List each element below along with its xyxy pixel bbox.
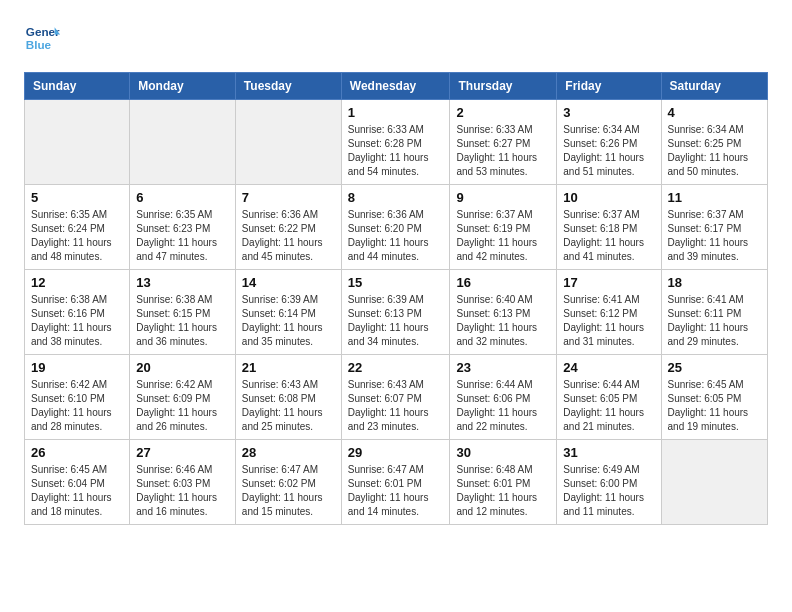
day-info: Sunrise: 6:42 AM Sunset: 6:10 PM Dayligh…: [31, 378, 123, 434]
day-cell: 14Sunrise: 6:39 AM Sunset: 6:14 PM Dayli…: [235, 270, 341, 355]
day-number: 5: [31, 190, 123, 205]
day-number: 29: [348, 445, 444, 460]
day-number: 17: [563, 275, 654, 290]
day-number: 6: [136, 190, 229, 205]
day-info: Sunrise: 6:41 AM Sunset: 6:12 PM Dayligh…: [563, 293, 654, 349]
day-cell: 22Sunrise: 6:43 AM Sunset: 6:07 PM Dayli…: [341, 355, 450, 440]
day-number: 9: [456, 190, 550, 205]
day-cell: 18Sunrise: 6:41 AM Sunset: 6:11 PM Dayli…: [661, 270, 767, 355]
day-info: Sunrise: 6:39 AM Sunset: 6:13 PM Dayligh…: [348, 293, 444, 349]
day-cell: 4Sunrise: 6:34 AM Sunset: 6:25 PM Daylig…: [661, 100, 767, 185]
day-cell: 7Sunrise: 6:36 AM Sunset: 6:22 PM Daylig…: [235, 185, 341, 270]
day-number: 21: [242, 360, 335, 375]
day-cell: [130, 100, 236, 185]
day-cell: 2Sunrise: 6:33 AM Sunset: 6:27 PM Daylig…: [450, 100, 557, 185]
day-number: 8: [348, 190, 444, 205]
day-number: 4: [668, 105, 761, 120]
day-info: Sunrise: 6:39 AM Sunset: 6:14 PM Dayligh…: [242, 293, 335, 349]
week-row-2: 12Sunrise: 6:38 AM Sunset: 6:16 PM Dayli…: [25, 270, 768, 355]
day-info: Sunrise: 6:43 AM Sunset: 6:08 PM Dayligh…: [242, 378, 335, 434]
svg-text:Blue: Blue: [26, 38, 52, 51]
day-cell: 20Sunrise: 6:42 AM Sunset: 6:09 PM Dayli…: [130, 355, 236, 440]
day-info: Sunrise: 6:33 AM Sunset: 6:27 PM Dayligh…: [456, 123, 550, 179]
day-cell: 8Sunrise: 6:36 AM Sunset: 6:20 PM Daylig…: [341, 185, 450, 270]
col-header-friday: Friday: [557, 73, 661, 100]
day-info: Sunrise: 6:33 AM Sunset: 6:28 PM Dayligh…: [348, 123, 444, 179]
col-header-thursday: Thursday: [450, 73, 557, 100]
day-info: Sunrise: 6:34 AM Sunset: 6:26 PM Dayligh…: [563, 123, 654, 179]
day-cell: 5Sunrise: 6:35 AM Sunset: 6:24 PM Daylig…: [25, 185, 130, 270]
day-info: Sunrise: 6:42 AM Sunset: 6:09 PM Dayligh…: [136, 378, 229, 434]
day-number: 16: [456, 275, 550, 290]
day-info: Sunrise: 6:47 AM Sunset: 6:01 PM Dayligh…: [348, 463, 444, 519]
week-row-3: 19Sunrise: 6:42 AM Sunset: 6:10 PM Dayli…: [25, 355, 768, 440]
day-info: Sunrise: 6:34 AM Sunset: 6:25 PM Dayligh…: [668, 123, 761, 179]
day-cell: 24Sunrise: 6:44 AM Sunset: 6:05 PM Dayli…: [557, 355, 661, 440]
day-cell: 28Sunrise: 6:47 AM Sunset: 6:02 PM Dayli…: [235, 440, 341, 525]
day-info: Sunrise: 6:36 AM Sunset: 6:22 PM Dayligh…: [242, 208, 335, 264]
day-number: 18: [668, 275, 761, 290]
day-number: 3: [563, 105, 654, 120]
day-number: 20: [136, 360, 229, 375]
day-info: Sunrise: 6:46 AM Sunset: 6:03 PM Dayligh…: [136, 463, 229, 519]
day-cell: 27Sunrise: 6:46 AM Sunset: 6:03 PM Dayli…: [130, 440, 236, 525]
day-cell: 9Sunrise: 6:37 AM Sunset: 6:19 PM Daylig…: [450, 185, 557, 270]
day-number: 14: [242, 275, 335, 290]
day-cell: 30Sunrise: 6:48 AM Sunset: 6:01 PM Dayli…: [450, 440, 557, 525]
col-header-saturday: Saturday: [661, 73, 767, 100]
day-number: 23: [456, 360, 550, 375]
day-info: Sunrise: 6:45 AM Sunset: 6:04 PM Dayligh…: [31, 463, 123, 519]
day-cell: 21Sunrise: 6:43 AM Sunset: 6:08 PM Dayli…: [235, 355, 341, 440]
col-header-wednesday: Wednesday: [341, 73, 450, 100]
day-number: 12: [31, 275, 123, 290]
day-number: 1: [348, 105, 444, 120]
day-cell: 16Sunrise: 6:40 AM Sunset: 6:13 PM Dayli…: [450, 270, 557, 355]
day-cell: [25, 100, 130, 185]
calendar-header-row: SundayMondayTuesdayWednesdayThursdayFrid…: [25, 73, 768, 100]
day-cell: [661, 440, 767, 525]
day-number: 24: [563, 360, 654, 375]
day-info: Sunrise: 6:36 AM Sunset: 6:20 PM Dayligh…: [348, 208, 444, 264]
day-number: 27: [136, 445, 229, 460]
day-number: 15: [348, 275, 444, 290]
day-number: 10: [563, 190, 654, 205]
day-cell: 19Sunrise: 6:42 AM Sunset: 6:10 PM Dayli…: [25, 355, 130, 440]
day-cell: 29Sunrise: 6:47 AM Sunset: 6:01 PM Dayli…: [341, 440, 450, 525]
day-cell: 17Sunrise: 6:41 AM Sunset: 6:12 PM Dayli…: [557, 270, 661, 355]
day-info: Sunrise: 6:47 AM Sunset: 6:02 PM Dayligh…: [242, 463, 335, 519]
day-cell: 25Sunrise: 6:45 AM Sunset: 6:05 PM Dayli…: [661, 355, 767, 440]
week-row-1: 5Sunrise: 6:35 AM Sunset: 6:24 PM Daylig…: [25, 185, 768, 270]
day-info: Sunrise: 6:43 AM Sunset: 6:07 PM Dayligh…: [348, 378, 444, 434]
day-number: 11: [668, 190, 761, 205]
day-cell: 3Sunrise: 6:34 AM Sunset: 6:26 PM Daylig…: [557, 100, 661, 185]
day-cell: 15Sunrise: 6:39 AM Sunset: 6:13 PM Dayli…: [341, 270, 450, 355]
day-cell: 6Sunrise: 6:35 AM Sunset: 6:23 PM Daylig…: [130, 185, 236, 270]
day-info: Sunrise: 6:35 AM Sunset: 6:23 PM Dayligh…: [136, 208, 229, 264]
col-header-sunday: Sunday: [25, 73, 130, 100]
day-number: 26: [31, 445, 123, 460]
day-cell: 12Sunrise: 6:38 AM Sunset: 6:16 PM Dayli…: [25, 270, 130, 355]
day-number: 22: [348, 360, 444, 375]
logo: General Blue: [24, 20, 60, 56]
header: General Blue: [24, 20, 768, 56]
day-info: Sunrise: 6:44 AM Sunset: 6:06 PM Dayligh…: [456, 378, 550, 434]
day-number: 19: [31, 360, 123, 375]
day-number: 25: [668, 360, 761, 375]
day-info: Sunrise: 6:41 AM Sunset: 6:11 PM Dayligh…: [668, 293, 761, 349]
day-number: 7: [242, 190, 335, 205]
day-cell: 1Sunrise: 6:33 AM Sunset: 6:28 PM Daylig…: [341, 100, 450, 185]
day-info: Sunrise: 6:38 AM Sunset: 6:15 PM Dayligh…: [136, 293, 229, 349]
page: General Blue SundayMondayTuesdayWednesda…: [0, 0, 792, 545]
day-cell: 11Sunrise: 6:37 AM Sunset: 6:17 PM Dayli…: [661, 185, 767, 270]
day-info: Sunrise: 6:45 AM Sunset: 6:05 PM Dayligh…: [668, 378, 761, 434]
day-cell: 26Sunrise: 6:45 AM Sunset: 6:04 PM Dayli…: [25, 440, 130, 525]
col-header-monday: Monday: [130, 73, 236, 100]
logo-icon: General Blue: [24, 20, 60, 56]
day-info: Sunrise: 6:35 AM Sunset: 6:24 PM Dayligh…: [31, 208, 123, 264]
col-header-tuesday: Tuesday: [235, 73, 341, 100]
day-cell: 13Sunrise: 6:38 AM Sunset: 6:15 PM Dayli…: [130, 270, 236, 355]
day-info: Sunrise: 6:37 AM Sunset: 6:19 PM Dayligh…: [456, 208, 550, 264]
day-number: 2: [456, 105, 550, 120]
calendar-table: SundayMondayTuesdayWednesdayThursdayFrid…: [24, 72, 768, 525]
day-info: Sunrise: 6:37 AM Sunset: 6:18 PM Dayligh…: [563, 208, 654, 264]
